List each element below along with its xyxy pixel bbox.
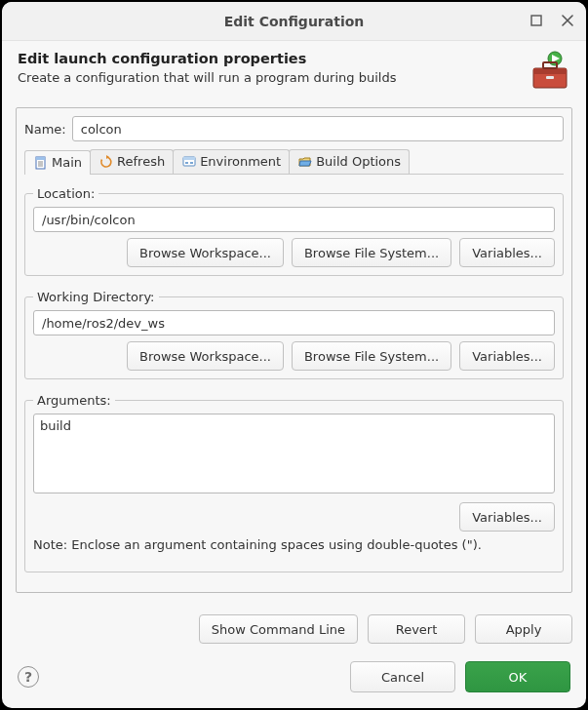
maximize-icon[interactable]	[528, 12, 545, 29]
svg-rect-8	[36, 157, 45, 160]
location-browse-workspace-button[interactable]: Browse Workspace...	[127, 238, 284, 267]
location-group: Location: Browse Workspace... Browse Fil…	[24, 186, 564, 276]
name-input[interactable]	[72, 116, 564, 141]
file-icon	[33, 155, 48, 170]
titlebar: Edit Configuration	[2, 2, 586, 41]
header-heading: Edit launch configuration properties	[18, 51, 518, 66]
arguments-group: Arguments: Variables... Note: Enclose an…	[24, 393, 564, 572]
arguments-variables-button[interactable]: Variables...	[459, 502, 555, 532]
working-directory-legend: Working Directory:	[33, 290, 159, 304]
name-label: Name:	[24, 122, 66, 137]
svg-rect-16	[190, 162, 193, 164]
environment-icon	[181, 154, 196, 169]
tab-environment[interactable]: Environment	[173, 149, 290, 174]
folder-open-icon	[297, 154, 312, 169]
working-directory-input[interactable]	[33, 310, 555, 335]
workdir-browse-filesystem-button[interactable]: Browse File System...	[292, 341, 451, 371]
tab-environment-label: Environment	[200, 154, 281, 169]
show-command-line-button[interactable]: Show Command Line	[199, 614, 358, 644]
dialog-header: Edit launch configuration properties Cre…	[2, 41, 586, 101]
workdir-variables-button[interactable]: Variables...	[459, 341, 555, 371]
working-directory-group: Working Directory: Browse Workspace... B…	[24, 290, 564, 379]
tab-refresh[interactable]: Refresh	[90, 149, 174, 174]
action-row: Show Command Line Revert Apply	[2, 605, 586, 648]
arguments-textarea[interactable]	[33, 414, 555, 493]
workdir-browse-workspace-button[interactable]: Browse Workspace...	[127, 341, 284, 371]
arguments-note: Note: Enclose an argument containing spa…	[33, 537, 555, 552]
tab-build-options[interactable]: Build Options	[289, 149, 410, 174]
location-input[interactable]	[33, 207, 555, 232]
tab-bar: Main Refresh Environment Build Options	[24, 149, 564, 175]
dialog-footer: ? Cancel OK	[2, 648, 586, 708]
refresh-icon	[98, 154, 113, 169]
svg-rect-15	[185, 162, 188, 164]
location-variables-button[interactable]: Variables...	[459, 238, 555, 267]
name-row: Name:	[24, 116, 564, 141]
location-browse-filesystem-button[interactable]: Browse File System...	[292, 238, 451, 267]
tab-refresh-label: Refresh	[117, 154, 165, 169]
tab-main[interactable]: Main	[24, 150, 91, 175]
window-title: Edit Configuration	[224, 14, 365, 29]
svg-rect-14	[183, 157, 195, 160]
svg-rect-0	[531, 16, 541, 25]
arguments-legend: Arguments:	[33, 393, 115, 408]
tab-build-label: Build Options	[316, 154, 401, 169]
apply-button[interactable]: Apply	[475, 614, 572, 644]
config-panel: Name: Main Refresh Environment	[16, 107, 572, 593]
revert-button[interactable]: Revert	[368, 614, 465, 644]
header-toolbox-icon	[528, 51, 570, 94]
header-subtext: Create a configuration that will run a p…	[18, 70, 518, 85]
tab-main-label: Main	[52, 155, 82, 170]
window-controls	[528, 12, 576, 29]
cancel-button[interactable]: Cancel	[350, 661, 455, 692]
svg-rect-6	[546, 76, 554, 79]
edit-configuration-dialog: Edit Configuration Edit launch configura…	[2, 2, 586, 708]
tab-main-body: Location: Browse Workspace... Browse Fil…	[24, 175, 564, 582]
location-legend: Location:	[33, 186, 98, 201]
ok-button[interactable]: OK	[465, 661, 570, 692]
help-icon[interactable]: ?	[18, 666, 39, 688]
close-icon[interactable]	[559, 12, 576, 29]
